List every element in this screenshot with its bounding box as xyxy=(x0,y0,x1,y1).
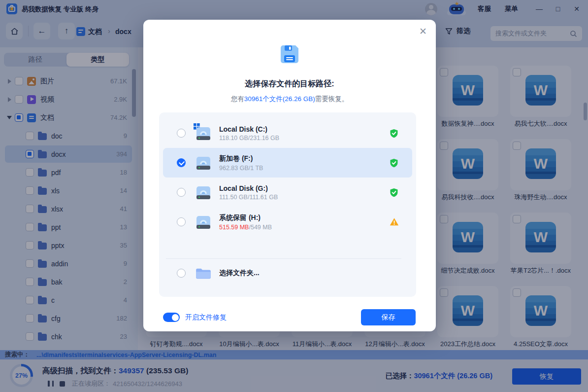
dialog-title: 选择保存文件的目标路径: xyxy=(143,79,436,89)
dialog-close-icon[interactable]: ✕ xyxy=(419,26,427,37)
warning-icon xyxy=(390,217,398,227)
folder-radio[interactable] xyxy=(177,269,186,278)
shield-ok-icon xyxy=(390,129,398,138)
save-path-dialog: ✕ 选择保存文件的目标路径: 您有30961个文件(26.26 GB)需要恢复。… xyxy=(143,20,436,331)
folder-icon xyxy=(195,267,212,280)
drive-option-Local Disk (G:)[interactable]: Local Disk (G:)111.50 GB/111.61 GB xyxy=(163,178,412,207)
save-disk-icon xyxy=(278,42,301,68)
drive-option-新加卷 (F:)[interactable]: 新加卷 (F:)962.83 GB/1 TB xyxy=(163,148,412,178)
radio-icon[interactable] xyxy=(177,217,186,226)
drive-option-Local Disk (C:)[interactable]: Local Disk (C:)118.10 GB/231.16 GB xyxy=(163,118,412,148)
drive-name: 系统保留 (H:) xyxy=(219,214,390,222)
save-button[interactable]: 保存 xyxy=(361,309,416,325)
shield-ok-icon xyxy=(390,158,398,168)
file-repair-toggle[interactable]: 开启文件修复 xyxy=(163,313,227,322)
low-space-value: 515.59 MB xyxy=(219,224,249,231)
drive-icon xyxy=(195,184,212,200)
choose-folder-option[interactable]: 选择文件夹... xyxy=(163,260,412,286)
drive-option-系统保留 (H:)[interactable]: 系统保留 (H:)515.59 MB/549 MB xyxy=(163,207,412,237)
drive-icon xyxy=(195,155,212,171)
drive-name: Local Disk (C:) xyxy=(219,125,390,133)
list-divider xyxy=(166,258,401,259)
dialog-subtitle: 您有30961个文件(26.26 GB)需要恢复。 xyxy=(143,95,436,104)
drive-size: 515.59 MB/549 MB xyxy=(219,224,390,231)
drive-name: 新加卷 (F:) xyxy=(219,154,390,163)
files-to-recover: 30961个文件(26.26 GB) xyxy=(244,95,315,103)
radio-checked-icon[interactable] xyxy=(177,158,186,167)
radio-icon[interactable] xyxy=(177,188,186,197)
toggle-on-icon[interactable] xyxy=(163,313,180,322)
drive-size: 111.50 GB/111.61 GB xyxy=(219,194,390,201)
radio-icon[interactable] xyxy=(177,129,186,138)
file-repair-label: 开启文件修复 xyxy=(185,313,227,322)
app-window: 易我数据恢复 专业版 终身 ★ 客服 菜单 — □ ✕ ← ↑ 文档 › doc… xyxy=(0,0,588,392)
drive-size: 962.83 GB/1 TB xyxy=(219,165,390,172)
shield-ok-icon xyxy=(390,188,398,197)
drive-size: 118.10 GB/231.16 GB xyxy=(219,135,390,142)
drive-icon xyxy=(195,214,212,230)
drive-icon xyxy=(195,125,212,141)
drive-list: Local Disk (C:)118.10 GB/231.16 GB新加卷 (F… xyxy=(159,112,416,297)
drive-name: Local Disk (G:) xyxy=(219,184,390,192)
